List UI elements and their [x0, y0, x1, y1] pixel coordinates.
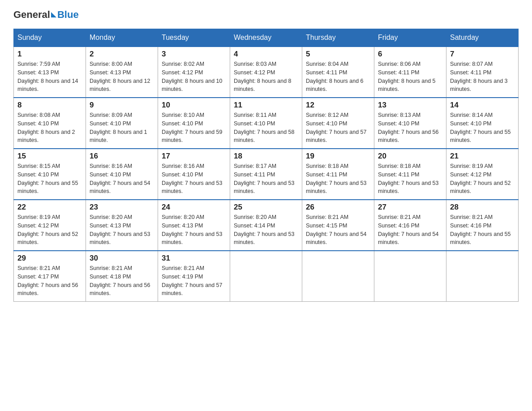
day-info: Sunrise: 8:21 AMSunset: 4:18 PMDaylight:… [90, 264, 154, 298]
calendar-week-row: 22 Sunrise: 8:19 AMSunset: 4:12 PMDaylig… [14, 200, 519, 251]
day-number: 31 [162, 254, 226, 263]
calendar-week-row: 1 Sunrise: 7:59 AMSunset: 4:13 PMDayligh… [14, 47, 519, 98]
day-number: 30 [90, 254, 154, 263]
day-number: 2 [90, 50, 154, 59]
calendar-cell: 10 Sunrise: 8:10 AMSunset: 4:10 PMDaylig… [158, 98, 230, 149]
calendar-body: 1 Sunrise: 7:59 AMSunset: 4:13 PMDayligh… [14, 47, 519, 302]
calendar-cell: 7 Sunrise: 8:07 AMSunset: 4:11 PMDayligh… [446, 47, 519, 98]
day-number: 23 [90, 203, 154, 212]
calendar-cell [302, 251, 374, 302]
day-info: Sunrise: 8:11 AMSunset: 4:10 PMDaylight:… [234, 111, 298, 145]
logo-arrow-icon [51, 12, 56, 17]
day-info: Sunrise: 8:12 AMSunset: 4:10 PMDaylight:… [306, 111, 370, 145]
day-number: 7 [450, 50, 515, 59]
calendar-cell: 30 Sunrise: 8:21 AMSunset: 4:18 PMDaylig… [86, 251, 158, 302]
calendar-header: SundayMondayTuesdayWednesdayThursdayFrid… [14, 29, 519, 47]
calendar-cell: 18 Sunrise: 8:17 AMSunset: 4:11 PMDaylig… [230, 149, 302, 200]
day-number: 25 [234, 203, 298, 212]
day-number: 24 [162, 203, 226, 212]
day-info: Sunrise: 8:21 AMSunset: 4:17 PMDaylight:… [17, 264, 82, 298]
day-number: 8 [17, 101, 82, 110]
calendar-cell: 20 Sunrise: 8:18 AMSunset: 4:11 PMDaylig… [374, 149, 446, 200]
day-number: 22 [17, 203, 82, 212]
day-info: Sunrise: 8:21 AMSunset: 4:19 PMDaylight:… [162, 264, 226, 298]
day-info: Sunrise: 8:21 AMSunset: 4:16 PMDaylight:… [378, 213, 442, 247]
logo: General Blue [13, 9, 79, 21]
day-info: Sunrise: 8:03 AMSunset: 4:12 PMDaylight:… [234, 60, 298, 94]
day-number: 19 [306, 152, 370, 161]
day-info: Sunrise: 8:20 AMSunset: 4:13 PMDaylight:… [162, 213, 226, 247]
weekday-header-monday: Monday [86, 29, 158, 47]
calendar-cell: 1 Sunrise: 7:59 AMSunset: 4:13 PMDayligh… [14, 47, 86, 98]
calendar-cell [374, 251, 446, 302]
day-info: Sunrise: 8:18 AMSunset: 4:11 PMDaylight:… [378, 162, 442, 196]
day-number: 27 [378, 203, 442, 212]
day-number: 17 [162, 152, 226, 161]
day-info: Sunrise: 8:19 AMSunset: 4:12 PMDaylight:… [17, 213, 82, 247]
day-info: Sunrise: 8:21 AMSunset: 4:15 PMDaylight:… [306, 213, 370, 247]
weekday-header-tuesday: Tuesday [158, 29, 230, 47]
day-info: Sunrise: 8:20 AMSunset: 4:14 PMDaylight:… [234, 213, 298, 247]
calendar-cell: 8 Sunrise: 8:08 AMSunset: 4:10 PMDayligh… [14, 98, 86, 149]
day-number: 13 [378, 101, 442, 110]
calendar-cell: 24 Sunrise: 8:20 AMSunset: 4:13 PMDaylig… [158, 200, 230, 251]
day-number: 16 [90, 152, 154, 161]
calendar-cell: 2 Sunrise: 8:00 AMSunset: 4:13 PMDayligh… [86, 47, 158, 98]
calendar-cell: 25 Sunrise: 8:20 AMSunset: 4:14 PMDaylig… [230, 200, 302, 251]
day-number: 6 [378, 50, 442, 59]
logo-general-text: General [13, 9, 50, 21]
day-info: Sunrise: 7:59 AMSunset: 4:13 PMDaylight:… [17, 60, 82, 94]
day-number: 12 [306, 101, 370, 110]
calendar-cell: 6 Sunrise: 8:06 AMSunset: 4:11 PMDayligh… [374, 47, 446, 98]
day-info: Sunrise: 8:02 AMSunset: 4:12 PMDaylight:… [162, 60, 226, 94]
calendar-cell: 4 Sunrise: 8:03 AMSunset: 4:12 PMDayligh… [230, 47, 302, 98]
day-info: Sunrise: 8:17 AMSunset: 4:11 PMDaylight:… [234, 162, 298, 196]
logo-blue-text: Blue [57, 9, 79, 21]
day-info: Sunrise: 8:19 AMSunset: 4:12 PMDaylight:… [450, 162, 515, 196]
day-info: Sunrise: 8:16 AMSunset: 4:10 PMDaylight:… [90, 162, 154, 196]
calendar-cell: 29 Sunrise: 8:21 AMSunset: 4:17 PMDaylig… [14, 251, 86, 302]
day-number: 26 [306, 203, 370, 212]
day-number: 5 [306, 50, 370, 59]
day-number: 18 [234, 152, 298, 161]
day-info: Sunrise: 8:14 AMSunset: 4:10 PMDaylight:… [450, 111, 515, 145]
day-info: Sunrise: 8:09 AMSunset: 4:10 PMDaylight:… [90, 111, 154, 145]
day-info: Sunrise: 8:06 AMSunset: 4:11 PMDaylight:… [378, 60, 442, 94]
calendar-cell: 13 Sunrise: 8:13 AMSunset: 4:10 PMDaylig… [374, 98, 446, 149]
day-number: 1 [17, 50, 82, 59]
weekday-header-row: SundayMondayTuesdayWednesdayThursdayFrid… [14, 29, 519, 47]
day-number: 29 [17, 254, 82, 263]
day-info: Sunrise: 8:10 AMSunset: 4:10 PMDaylight:… [162, 111, 226, 145]
calendar-cell: 14 Sunrise: 8:14 AMSunset: 4:10 PMDaylig… [446, 98, 519, 149]
calendar-cell: 17 Sunrise: 8:16 AMSunset: 4:10 PMDaylig… [158, 149, 230, 200]
calendar-cell: 9 Sunrise: 8:09 AMSunset: 4:10 PMDayligh… [86, 98, 158, 149]
day-number: 21 [450, 152, 515, 161]
day-info: Sunrise: 8:16 AMSunset: 4:10 PMDaylight:… [162, 162, 226, 196]
calendar-week-row: 15 Sunrise: 8:15 AMSunset: 4:10 PMDaylig… [14, 149, 519, 200]
day-info: Sunrise: 8:04 AMSunset: 4:11 PMDaylight:… [306, 60, 370, 94]
day-number: 14 [450, 101, 515, 110]
day-number: 15 [17, 152, 82, 161]
calendar-cell: 12 Sunrise: 8:12 AMSunset: 4:10 PMDaylig… [302, 98, 374, 149]
calendar-cell: 3 Sunrise: 8:02 AMSunset: 4:12 PMDayligh… [158, 47, 230, 98]
day-number: 28 [450, 203, 515, 212]
calendar-cell [230, 251, 302, 302]
calendar-cell: 11 Sunrise: 8:11 AMSunset: 4:10 PMDaylig… [230, 98, 302, 149]
day-info: Sunrise: 8:07 AMSunset: 4:11 PMDaylight:… [450, 60, 515, 94]
weekday-header-thursday: Thursday [302, 29, 374, 47]
day-number: 9 [90, 101, 154, 110]
calendar-cell: 21 Sunrise: 8:19 AMSunset: 4:12 PMDaylig… [446, 149, 519, 200]
calendar-table: SundayMondayTuesdayWednesdayThursdayFrid… [13, 29, 519, 302]
day-number: 4 [234, 50, 298, 59]
weekday-header-friday: Friday [374, 29, 446, 47]
calendar-cell: 22 Sunrise: 8:19 AMSunset: 4:12 PMDaylig… [14, 200, 86, 251]
calendar-cell [446, 251, 519, 302]
weekday-header-wednesday: Wednesday [230, 29, 302, 47]
day-info: Sunrise: 8:21 AMSunset: 4:16 PMDaylight:… [450, 213, 515, 247]
day-info: Sunrise: 8:20 AMSunset: 4:13 PMDaylight:… [90, 213, 154, 247]
day-number: 3 [162, 50, 226, 59]
calendar-cell: 15 Sunrise: 8:15 AMSunset: 4:10 PMDaylig… [14, 149, 86, 200]
day-info: Sunrise: 8:08 AMSunset: 4:10 PMDaylight:… [17, 111, 82, 145]
weekday-header-sunday: Sunday [14, 29, 86, 47]
calendar-cell: 28 Sunrise: 8:21 AMSunset: 4:16 PMDaylig… [446, 200, 519, 251]
